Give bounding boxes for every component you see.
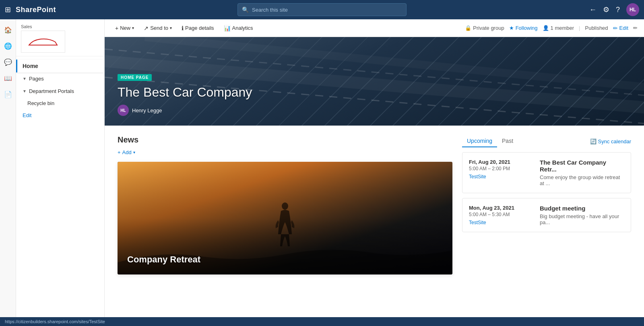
- more-edit-icon[interactable]: ✏: [633, 25, 638, 31]
- event-2-site[interactable]: TestSite: [469, 220, 533, 225]
- following-button[interactable]: ★ Following: [509, 25, 538, 31]
- members-count[interactable]: 👤 1 member: [543, 25, 574, 31]
- pages-label: Pages: [29, 76, 44, 82]
- sync-icon: 🔄: [590, 138, 597, 144]
- home-label: Home: [23, 63, 38, 69]
- new-button[interactable]: + New ▾: [111, 23, 138, 34]
- dept-portals-label: Department Portals: [29, 88, 74, 94]
- tab-upcoming[interactable]: Upcoming: [462, 135, 497, 147]
- add-chevron-icon: ▾: [133, 150, 135, 155]
- send-icon: ↗: [144, 25, 149, 31]
- event-1-time: 5:00 AM – 2:00 PM: [469, 166, 533, 171]
- new-chevron-icon: ▾: [132, 26, 134, 30]
- plus-icon: +: [115, 25, 118, 31]
- status-url: https://citizenbuilders.sharepoint.com/s…: [5, 319, 105, 324]
- hero-overlay: HOME PAGE The Best Car Company HL Henry …: [105, 64, 644, 126]
- settings-icon[interactable]: ⚙: [603, 5, 609, 14]
- news-card-title: Company Retreat: [127, 254, 200, 265]
- sidebar-item-home[interactable]: Home: [16, 60, 104, 72]
- search-box[interactable]: 🔍 Search this site: [237, 3, 407, 16]
- status-bar: https://citizenbuilders.sharepoint.com/s…: [0, 317, 644, 326]
- hero-author: HL Henry Legge: [118, 105, 631, 116]
- published-label: Published: [585, 25, 608, 31]
- event-2-title: Budget meeting: [540, 205, 624, 212]
- analytics-button[interactable]: 📊 Analytics: [220, 23, 257, 34]
- hero-title: The Best Car Company: [118, 85, 631, 100]
- news-card[interactable]: Company Retreat: [118, 162, 452, 274]
- main-layout: 🏠 🌐 💬 📖 📄 Sales Home ▼ Pages: [0, 19, 644, 326]
- analytics-label: Analytics: [232, 25, 253, 31]
- event-1-date-block: Fri, Aug 20, 2021 5:00 AM – 2:00 PM Test…: [469, 159, 533, 186]
- sidebar-logo-img: [21, 31, 65, 53]
- page-content: News + Add ▾: [105, 126, 644, 326]
- chat-icon-bar[interactable]: 💬: [1, 55, 15, 69]
- feedback-icon[interactable]: ←: [589, 6, 597, 14]
- app-brand: SharePoint: [16, 6, 56, 14]
- event-1-info: The Best Car Company Retr... Come enjoy …: [540, 159, 624, 186]
- hero-author-avatar: HL: [118, 105, 129, 116]
- search-icon: 🔍: [242, 6, 249, 13]
- news-add-button[interactable]: + Add ▾: [118, 149, 452, 155]
- hero-banner: HOME PAGE The Best Car Company HL Henry …: [105, 37, 644, 126]
- event-1-site[interactable]: TestSite: [469, 174, 533, 180]
- sidebar-logo-area: Sales: [16, 19, 104, 56]
- send-to-label: Send to: [150, 25, 168, 31]
- chart-icon: 📊: [224, 25, 231, 31]
- help-icon[interactable]: ?: [616, 6, 620, 14]
- plus-news-icon: +: [118, 149, 121, 155]
- recycle-bin-label: Recycle bin: [27, 100, 54, 106]
- search-placeholder: Search this site: [252, 7, 288, 13]
- tab-past[interactable]: Past: [497, 135, 518, 147]
- sidebar-group-dept-portals[interactable]: ▼ Department Portals: [16, 85, 104, 97]
- book-icon-bar[interactable]: 📖: [1, 71, 15, 85]
- private-group-label: 🔒 Private group: [465, 25, 504, 31]
- grid-icon[interactable]: ⊞: [5, 5, 11, 14]
- event-1-desc: Come enjoy the group wide retreat at ...: [540, 174, 624, 186]
- event-2-desc: Big budget meeting - have all your pa...: [540, 213, 624, 225]
- sidebar-group-pages[interactable]: ▼ Pages: [16, 72, 104, 85]
- pen-icon: ✏: [613, 25, 618, 31]
- person-icon: 👤: [543, 25, 549, 31]
- edit-button[interactable]: ✏ Edit: [613, 25, 628, 31]
- event-2-time: 5:00 AM – 5:30 AM: [469, 212, 533, 217]
- avatar[interactable]: HL: [626, 3, 639, 16]
- hero-author-name: Henry Legge: [132, 107, 162, 113]
- events-tabs: Upcoming Past: [462, 135, 518, 147]
- page-details-label: Page details: [185, 25, 214, 31]
- topbar: ⊞ SharePoint 🔍 Search this site ← ⚙ ? HL: [0, 0, 644, 19]
- page-details-button[interactable]: ℹ Page details: [178, 23, 218, 34]
- event-2-date-block: Mon, Aug 23, 2021 5:00 AM – 5:30 AM Test…: [469, 205, 533, 225]
- news-section-title: News: [118, 135, 452, 144]
- sidebar-nav: Home ▼ Pages ▼ Department Portals Recycl…: [16, 56, 104, 326]
- home-icon-bar[interactable]: 🏠: [1, 23, 15, 37]
- send-to-button[interactable]: ↗ Send to ▾: [140, 23, 176, 34]
- sidebar-item-recycle-bin[interactable]: Recycle bin: [16, 97, 104, 109]
- icon-bar: 🏠 🌐 💬 📖 📄: [0, 19, 16, 326]
- sidebar-edit-link[interactable]: Edit: [16, 109, 104, 122]
- info-icon: ℹ: [182, 25, 184, 31]
- sidebar-logo-label: Sales: [21, 24, 99, 29]
- event-1-date: Fri, Aug 20, 2021: [469, 159, 533, 165]
- events-section: Upcoming Past 🔄 Sync calendar Fri, Aug 2…: [462, 135, 631, 316]
- person-silhouette-svg: [275, 202, 295, 246]
- event-1-title: The Best Car Company Retr...: [540, 159, 624, 173]
- star-icon: ★: [509, 25, 514, 31]
- edit-label: Edit: [619, 25, 628, 31]
- sync-calendar-button[interactable]: 🔄 Sync calendar: [590, 138, 631, 144]
- event-card-2[interactable]: Mon, Aug 23, 2021 5:00 AM – 5:30 AM Test…: [462, 198, 631, 232]
- file-icon-bar[interactable]: 📄: [1, 87, 15, 101]
- event-2-date: Mon, Aug 23, 2021: [469, 205, 533, 211]
- globe-icon-bar[interactable]: 🌐: [1, 39, 15, 53]
- chevron-dept-icon: ▼: [23, 89, 27, 93]
- divider: |: [579, 25, 580, 31]
- event-card-1[interactable]: Fri, Aug 20, 2021 5:00 AM – 2:00 PM Test…: [462, 152, 631, 193]
- send-chevron-icon: ▾: [170, 26, 172, 30]
- svg-point-5: [282, 202, 288, 210]
- news-section: News + Add ▾: [118, 135, 452, 316]
- lock-icon: 🔒: [465, 25, 471, 31]
- new-label: New: [120, 25, 130, 31]
- sidebar: Sales Home ▼ Pages ▼ Department Portals: [16, 19, 105, 326]
- events-header: Upcoming Past 🔄 Sync calendar: [462, 135, 631, 147]
- event-2-info: Budget meeting Big budget meeting - have…: [540, 205, 624, 225]
- topbar-right: ← ⚙ ? HL: [589, 3, 639, 16]
